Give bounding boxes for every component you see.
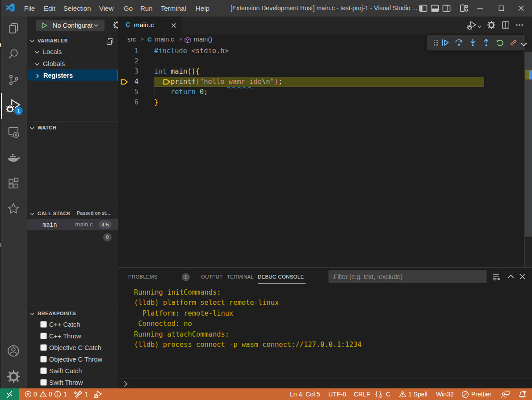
menu-edit[interactable]: Edit — [44, 0, 55, 17]
section-call-stack[interactable]: CALL STACK Paused on st... — [27, 209, 118, 219]
sidebar-item-run-debug[interactable] — [0, 94, 27, 118]
debug-console-output[interactable]: Running initCommands: (lldb) platform se… — [118, 286, 532, 375]
collapse-all-icon[interactable] — [106, 38, 113, 45]
variables-globals-row[interactable]: Globals — [27, 58, 118, 70]
tab-output[interactable]: OUTPUT — [201, 268, 223, 286]
account-button[interactable] — [0, 339, 27, 363]
chevron-right-icon — [35, 73, 40, 79]
disconnect-icon[interactable] — [510, 39, 517, 46]
clear-console-icon[interactable] — [492, 273, 500, 281]
star-icon — [7, 202, 20, 215]
menu-go[interactable]: Go — [124, 0, 133, 17]
code-editor[interactable]: 1 #include <stdio.h> 2 3 int main(){ 4 p… — [118, 46, 524, 267]
minimize-icon[interactable] — [476, 5, 484, 12]
breakpoint-row[interactable]: Swift Catch — [27, 366, 118, 377]
editor-gear-icon[interactable] — [487, 21, 495, 29]
spell-warning-squiggle — [227, 87, 253, 88]
menu-help[interactable]: Help — [196, 0, 209, 17]
debug-config-dropdown[interactable]: No Configurat — [36, 20, 105, 31]
section-breakpoints[interactable]: BREAKPOINTS — [27, 309, 118, 319]
editor-scrollbar[interactable] — [525, 34, 532, 267]
breakpoint-row[interactable]: Swift Throw — [27, 377, 118, 388]
debug-toolbar — [427, 35, 524, 50]
launch-config-gear-icon[interactable] — [113, 21, 118, 29]
variables-registers-row[interactable]: Registers — [27, 70, 118, 81]
toggle-panel-icon[interactable] — [431, 4, 439, 12]
checkbox[interactable] — [40, 356, 47, 362]
call-stack-frame-row[interactable]: main main.c 4:5 0 — [27, 219, 118, 230]
close-panel-icon[interactable] — [519, 273, 526, 280]
frame-file: main.c — [75, 221, 93, 228]
run-or-debug-icon[interactable] — [467, 21, 477, 30]
sidebar-item-extensions[interactable] — [0, 171, 27, 195]
step-into-icon[interactable] — [469, 39, 477, 46]
tab-main-c[interactable]: C main.c — [118, 17, 181, 34]
breakpoint-label: C++ Catch — [49, 321, 80, 328]
eol-sequence[interactable]: CRLF — [354, 388, 370, 400]
menu-view[interactable]: View — [99, 0, 113, 17]
tab-problems[interactable]: PROBLEMS — [128, 268, 158, 286]
customize-layout-icon[interactable] — [460, 4, 468, 12]
breadcrumb-symbol[interactable]: main() — [194, 36, 212, 43]
maximize-icon[interactable] — [498, 4, 505, 12]
start-debug-icon[interactable] — [42, 22, 47, 29]
sidebar-item-source-control[interactable] — [0, 68, 27, 92]
tab-debug-console[interactable]: DEBUG CONSOLE — [258, 268, 304, 286]
encoding[interactable]: UTF-8 — [328, 388, 346, 400]
step-over-icon[interactable] — [455, 39, 463, 46]
sidebar-item-docker[interactable] — [0, 146, 27, 170]
breakpoint-row[interactable]: Objective C Catch — [27, 342, 118, 354]
restart-icon[interactable] — [496, 39, 504, 46]
menu-terminal[interactable]: Terminal — [161, 0, 186, 17]
checkbox[interactable] — [40, 367, 47, 374]
maximize-panel-icon[interactable] — [507, 273, 515, 280]
window-edge — [0, 0, 1, 388]
remote-indicator[interactable] — [0, 388, 19, 400]
sidebar-item-remote-explorer[interactable] — [0, 120, 27, 144]
more-actions-icon[interactable] — [515, 23, 524, 27]
titlebar-separator — [455, 4, 455, 12]
toolbar-drag-handle[interactable] — [432, 39, 440, 46]
console-line: Running initCommands: — [134, 288, 221, 298]
close-window-icon[interactable] — [517, 4, 525, 12]
sidebar-item-search[interactable] — [0, 42, 27, 66]
breakpoint-row[interactable]: C++ Catch — [27, 319, 118, 331]
scrollbar-slider[interactable] — [525, 52, 532, 237]
section-watch[interactable]: WATCH — [27, 124, 118, 133]
continue-icon[interactable] — [442, 39, 449, 46]
settings-button[interactable] — [0, 364, 27, 388]
section-variables[interactable]: VARIABLES — [27, 37, 118, 46]
close-tab-icon[interactable] — [170, 22, 177, 29]
feedback-icon[interactable] — [501, 391, 510, 398]
sidebar-item-explorer[interactable] — [0, 16, 27, 40]
breadcrumb-file[interactable]: main.c — [155, 36, 174, 43]
breadcrumb-folder[interactable]: src — [127, 36, 136, 43]
variables-locals-row[interactable]: Locals — [27, 46, 118, 58]
chevron-down-icon[interactable] — [520, 41, 528, 48]
debug-status-icon[interactable] — [93, 390, 103, 399]
console-prompt-icon[interactable] — [122, 380, 130, 388]
checkbox[interactable] — [40, 379, 47, 386]
console-filter-input[interactable] — [328, 270, 487, 283]
checkbox[interactable] — [40, 333, 47, 339]
breakpoint-row[interactable]: C++ Throw — [27, 331, 118, 342]
platform-status[interactable]: Win32 — [436, 388, 454, 400]
tab-terminal[interactable]: TERMINAL — [227, 268, 254, 286]
toggle-secondary-sidebar-icon[interactable] — [442, 4, 451, 12]
menu-run[interactable]: Run — [140, 0, 153, 17]
menu-selection[interactable]: Selection — [63, 0, 91, 17]
step-out-icon[interactable] — [482, 39, 490, 46]
breakpoint-row[interactable]: Objective C Throw — [27, 354, 118, 366]
split-editor-icon[interactable] — [502, 21, 510, 29]
checkbox[interactable] — [40, 321, 47, 328]
console-input-separator — [118, 379, 532, 379]
overview-info-marker — [529, 71, 532, 79]
menu-file[interactable]: File — [24, 0, 35, 17]
console-line: Running attachCommands: — [134, 329, 229, 340]
toggle-sidebar-icon[interactable] — [419, 4, 427, 12]
chevron-down-icon[interactable] — [477, 24, 482, 29]
cursor-position[interactable]: Ln 4, Col 5 — [290, 388, 320, 400]
sidebar-item-marketplace[interactable] — [0, 196, 27, 221]
checkbox[interactable] — [40, 344, 47, 351]
notifications-bell-icon[interactable] — [518, 390, 527, 399]
